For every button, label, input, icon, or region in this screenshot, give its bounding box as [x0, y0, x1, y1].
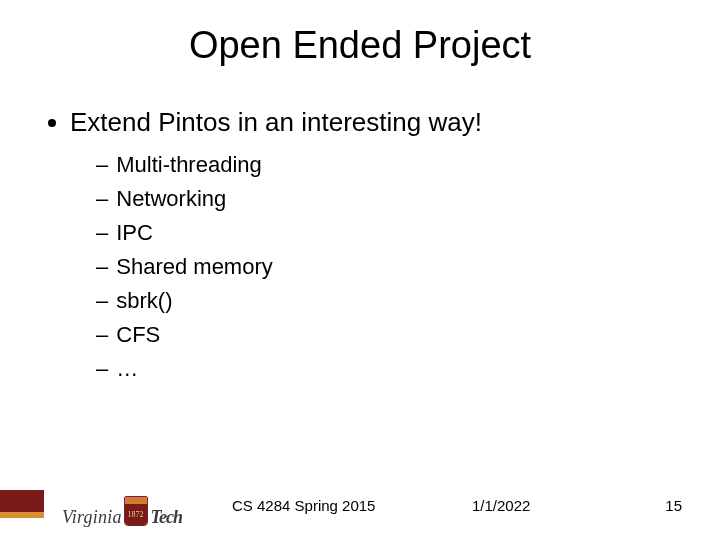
vt-logo: Virginia 1872 Tech	[62, 496, 182, 526]
sub-bullet-text: …	[116, 356, 138, 382]
sub-bullet-text: Shared memory	[116, 254, 273, 280]
sub-bullet-text: sbrk()	[116, 288, 172, 314]
bullet-item: Extend Pintos in an interesting way!	[48, 107, 680, 138]
dash-icon: –	[96, 254, 108, 280]
dash-icon: –	[96, 220, 108, 246]
sub-bullet-text: Multi-threading	[116, 152, 262, 178]
sub-bullet-item: –Shared memory	[96, 254, 680, 280]
slide-title: Open Ended Project	[0, 0, 720, 67]
dash-icon: –	[96, 356, 108, 382]
bullet-dot-icon	[48, 119, 56, 127]
dash-icon: –	[96, 288, 108, 314]
course-label: CS 4284 Spring 2015	[232, 497, 375, 514]
sub-bullet-item: –Networking	[96, 186, 680, 212]
dash-icon: –	[96, 152, 108, 178]
footer: Virginia 1872 Tech CS 4284 Spring 2015 1…	[0, 476, 720, 526]
shield-icon: 1872	[124, 496, 148, 526]
sub-bullet-item: –IPC	[96, 220, 680, 246]
sub-bullet-text: CFS	[116, 322, 160, 348]
page-number: 15	[665, 497, 682, 514]
sub-bullet-item: –Multi-threading	[96, 152, 680, 178]
sub-bullet-item: –sbrk()	[96, 288, 680, 314]
bullet-text: Extend Pintos in an interesting way!	[70, 107, 482, 138]
sub-bullet-text: IPC	[116, 220, 153, 246]
sub-bullet-item: –CFS	[96, 322, 680, 348]
content-area: Extend Pintos in an interesting way! –Mu…	[0, 67, 720, 382]
logo-text-left: Virginia	[62, 508, 122, 526]
dash-icon: –	[96, 322, 108, 348]
date-label: 1/1/2022	[472, 497, 530, 514]
sub-bullet-item: –…	[96, 356, 680, 382]
logo-text-right: Tech	[151, 508, 182, 526]
sub-bullet-text: Networking	[116, 186, 226, 212]
slide: Open Ended Project Extend Pintos in an i…	[0, 0, 720, 540]
dash-icon: –	[96, 186, 108, 212]
logo-year: 1872	[125, 504, 147, 525]
sub-bullet-list: –Multi-threading –Networking –IPC –Share…	[48, 152, 680, 382]
